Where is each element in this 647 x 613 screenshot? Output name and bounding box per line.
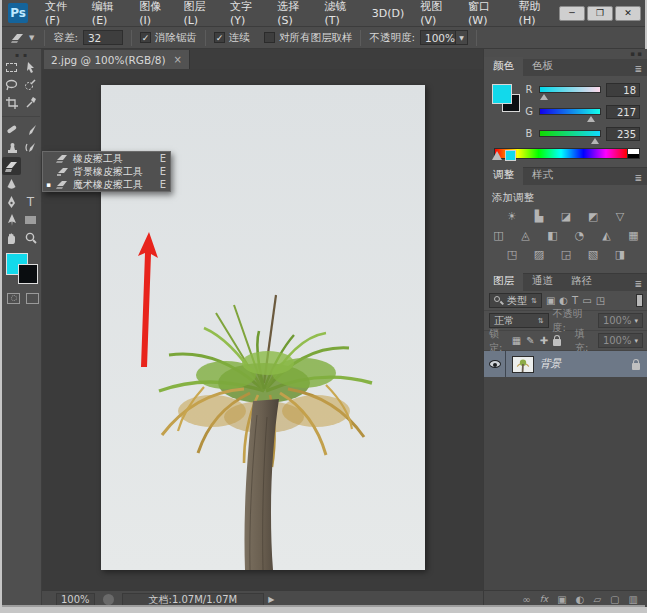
panel-foreground-swatch[interactable] (492, 84, 512, 104)
magic-eraser-tool[interactable] (2, 157, 21, 175)
tolerance-input[interactable]: 32 (83, 30, 123, 45)
close-button[interactable]: ✕ (615, 6, 641, 21)
selective-color-icon[interactable]: ◨ (612, 248, 629, 262)
canvas-area[interactable] (42, 69, 483, 590)
lock-transparent-pixels-icon[interactable]: ▦ (512, 335, 521, 346)
zoom-level-field[interactable]: 100% (56, 593, 95, 606)
menu-3d[interactable]: 3D(D) (364, 7, 413, 20)
tab-color[interactable]: 颜色 (484, 57, 523, 76)
status-arrow-icon[interactable]: ▶ (268, 595, 274, 604)
filter-smart-objects-icon[interactable]: ◳ (596, 295, 605, 306)
lock-position-icon[interactable]: ✚ (540, 335, 548, 346)
brush-tool[interactable] (21, 121, 40, 139)
antialias-option[interactable]: ✓ 消除锯齿 (138, 31, 199, 45)
blue-slider[interactable] (539, 130, 601, 137)
filter-type-layers-icon[interactable]: T (572, 295, 578, 306)
lasso-tool[interactable] (2, 76, 21, 94)
crop-tool[interactable] (2, 94, 21, 112)
new-adjustment-layer-icon[interactable]: ◐ (576, 594, 585, 605)
gamut-color-swatch[interactable] (505, 150, 516, 161)
restore-button[interactable]: ❐ (587, 6, 613, 21)
path-selection-tool[interactable] (2, 211, 21, 229)
exposure-icon[interactable]: ◩ (585, 210, 602, 224)
menu-view[interactable]: 视图(V) (412, 0, 460, 27)
zoom-tool[interactable] (21, 229, 40, 247)
layer-name[interactable]: 背景 (540, 357, 561, 371)
channel-mixer-icon[interactable]: ◭ (598, 229, 615, 243)
gradient-tool[interactable] (21, 157, 40, 175)
gamut-warning-icon[interactable] (492, 151, 502, 160)
filter-adjustment-layers-icon[interactable]: ◐ (559, 295, 568, 306)
screen-mode-button[interactable] (26, 293, 39, 304)
antialias-checkbox[interactable]: ✓ (140, 32, 151, 43)
layer-visibility-toggle[interactable] (484, 351, 506, 377)
sample-all-layers-checkbox[interactable] (264, 32, 275, 43)
new-layer-icon[interactable]: ▢ (610, 594, 619, 605)
menu-select[interactable]: 选择(S) (269, 0, 316, 27)
tab-channels[interactable]: 通道 (523, 272, 562, 291)
panel-menu-icon[interactable]: ≣ (628, 279, 647, 291)
menu-item-magic-eraser-tool[interactable]: ▪ 魔术橡皮擦工具 E (43, 178, 170, 191)
pen-tool[interactable] (2, 193, 21, 211)
tab-adjustments[interactable]: 调整 (484, 166, 523, 185)
blue-slider-thumb[interactable] (591, 138, 599, 144)
hand-tool[interactable] (2, 229, 21, 247)
invert-icon[interactable]: ◳ (504, 248, 521, 262)
green-slider[interactable] (539, 108, 601, 115)
layer-filter-kind-dropdown[interactable]: 类型 ⇅ (489, 293, 542, 308)
collapse-panels-icon[interactable]: ▪ ▪ (630, 50, 642, 58)
threshold-icon[interactable]: ◲ (558, 248, 575, 262)
background-color-swatch[interactable] (18, 264, 38, 284)
layer-row-background[interactable]: 背景 (484, 351, 647, 377)
quick-mask-mode-button[interactable] (7, 293, 20, 304)
eyedropper-tool[interactable] (21, 94, 40, 112)
tab-paths[interactable]: 路径 (562, 272, 601, 291)
photo-filter-icon[interactable]: ◔ (571, 229, 588, 243)
menu-item-eraser-tool[interactable]: 橡皮擦工具 E (43, 152, 170, 165)
quick-selection-tool[interactable] (21, 76, 40, 94)
color-lookup-icon[interactable]: ▦ (625, 229, 642, 243)
sample-all-layers-option[interactable]: 对所有图层取样 (262, 31, 355, 45)
menu-layer[interactable]: 图层(L) (175, 0, 222, 27)
opacity-input[interactable]: 100% (420, 30, 456, 45)
menu-filter[interactable]: 滤镜(T) (317, 0, 364, 27)
filter-pixel-layers-icon[interactable]: ▣ (546, 295, 555, 306)
spot-healing-brush-tool[interactable] (2, 121, 21, 139)
color-balance-icon[interactable]: ◬ (517, 229, 534, 243)
blue-value-field[interactable]: 235 (606, 127, 640, 141)
clone-stamp-tool[interactable] (2, 139, 21, 157)
curves-icon[interactable]: ◪ (558, 210, 575, 224)
tab-styles[interactable]: 样式 (523, 166, 562, 185)
red-value-field[interactable]: 18 (606, 83, 640, 97)
new-group-icon[interactable]: ▱ (593, 594, 601, 605)
menu-item-background-eraser-tool[interactable]: 背景橡皮擦工具 E (43, 165, 170, 178)
panel-menu-icon[interactable]: ≣ (628, 64, 647, 76)
contiguous-checkbox[interactable]: ✓ (214, 32, 225, 43)
blur-tool[interactable] (2, 175, 21, 193)
opacity-dropdown-icon[interactable]: ▼ (456, 30, 468, 45)
red-slider[interactable] (539, 86, 601, 93)
tool-preset-picker[interactable]: ▼ (2, 31, 38, 44)
lock-image-pixels-icon[interactable]: ✎ (526, 335, 534, 346)
rectangular-marquee-tool[interactable] (2, 58, 21, 76)
green-value-field[interactable]: 217 (606, 105, 640, 119)
menu-edit[interactable]: 编辑(E) (84, 0, 131, 27)
menu-window[interactable]: 窗口(W) (460, 0, 511, 27)
panel-menu-icon[interactable]: ≣ (628, 173, 647, 185)
layer-style-icon[interactable]: fx (540, 594, 549, 604)
toolbox-grip[interactable]: ▪ ▪ (2, 49, 41, 58)
shape-tool[interactable] (21, 211, 40, 229)
minimize-button[interactable]: ─ (559, 6, 585, 21)
menu-file[interactable]: 文件(F) (37, 0, 84, 27)
filter-shape-layers-icon[interactable]: ▭ (582, 295, 591, 306)
lock-all-icon[interactable] (553, 339, 561, 346)
tab-close-icon[interactable]: × (174, 54, 182, 65)
gradient-map-icon[interactable]: ▧ (585, 248, 602, 262)
add-layer-mask-icon[interactable]: ▣ (557, 594, 566, 605)
type-tool[interactable]: T (21, 193, 40, 211)
vibrance-icon[interactable]: ▽ (612, 210, 629, 224)
move-tool[interactable] (21, 58, 40, 76)
menu-type[interactable]: 文字(Y) (222, 0, 269, 27)
history-brush-tool[interactable] (21, 139, 40, 157)
document-tab[interactable]: 2.jpg @ 100%(RGB/8) × (44, 50, 190, 69)
